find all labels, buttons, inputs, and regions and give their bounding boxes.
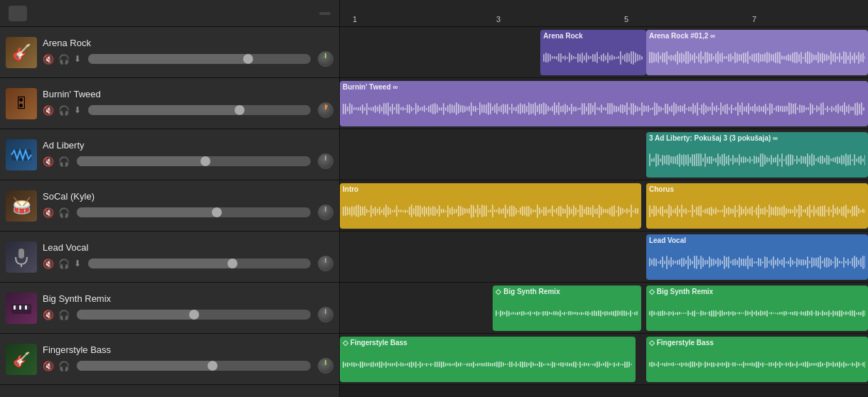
- pan-knob-arena-rock[interactable]: [318, 51, 333, 67]
- left-panel: 🎸 Arena Rock 🔇 🎧 ⬇ 🎛 Burnin' Tweed: [0, 0, 340, 397]
- track-controls-big-synth-remix: 🔇 🎧: [43, 307, 333, 322]
- track-name-ad-liberty: Ad Liberty: [43, 140, 333, 151]
- track-row-ad-liberty: Ad Liberty 🔇 🎧: [0, 129, 339, 180]
- track-controls-socal-kyle: 🔇 🎧: [43, 205, 333, 220]
- clip-waveform-burnin-tweed-0: [343, 92, 865, 125]
- pan-knob-fingerstyle-bass[interactable]: [318, 358, 333, 374]
- add-track-button[interactable]: [9, 6, 27, 21]
- clip-arena-rock-1[interactable]: Arena Rock #01,2 ∞: [646, 30, 868, 75]
- track-thumb-fingerstyle-bass: 🎸: [6, 344, 37, 375]
- clip-waveform-ad-liberty-0: [649, 143, 865, 176]
- rec-button-lead-vocal[interactable]: ⬇: [74, 259, 81, 268]
- volume-slider-arena-rock[interactable]: [88, 54, 311, 64]
- solo-button-fingerstyle-bass[interactable]: 🎧: [58, 361, 70, 371]
- clip-lead-vocal-0[interactable]: Lead Vocal: [646, 234, 868, 280]
- volume-slider-big-synth-remix[interactable]: [77, 310, 311, 320]
- pan-knob-burnin-tweed[interactable]: [318, 102, 333, 118]
- mute-button-arena-rock[interactable]: 🔇: [43, 54, 54, 65]
- clip-label-arena-rock-0: Arena Rock: [543, 31, 643, 41]
- solo-button-ad-liberty[interactable]: 🎧: [58, 156, 70, 167]
- clip-label-ad-liberty-0: 3 Ad Liberty: Pokušaj 3 (3 pokušaja) ∞: [649, 134, 865, 143]
- smart-controls-button[interactable]: [319, 12, 331, 15]
- pan-knob-lead-vocal[interactable]: [318, 256, 333, 271]
- clip-label-arena-rock-1: Arena Rock #01,2 ∞: [649, 31, 865, 41]
- clip-waveform-fingerstyle-bass-1: [649, 348, 865, 381]
- track-info-fingerstyle-bass: Fingerstyle Bass 🔇 🎧: [43, 344, 333, 374]
- rec-button-arena-rock[interactable]: ⬇: [74, 54, 81, 64]
- rec-button-burnin-tweed[interactable]: ⬇: [74, 105, 81, 115]
- clip-big-synth-remix-1[interactable]: ◇ Big Synth Remix: [646, 285, 868, 331]
- pan-knob-socal-kyle[interactable]: [318, 205, 333, 220]
- track-name-socal-kyle: SoCal (Kyle): [43, 191, 333, 202]
- main-container: 🎸 Arena Rock 🔇 🎧 ⬇ 🎛 Burnin' Tweed: [0, 0, 868, 397]
- volume-slider-lead-vocal[interactable]: [88, 259, 311, 268]
- pan-knob-big-synth-remix[interactable]: [318, 307, 333, 322]
- svg-rect-4: [14, 305, 16, 310]
- clip-arena-rock-0[interactable]: Arena Rock: [540, 30, 646, 75]
- clip-ad-liberty-0[interactable]: 3 Ad Liberty: Pokušaj 3 (3 pokušaja) ∞: [646, 132, 868, 178]
- mute-button-socal-kyle[interactable]: 🔇: [43, 207, 54, 218]
- solo-button-big-synth-remix[interactable]: 🎧: [58, 310, 70, 320]
- track-row-lead-vocal: Lead Vocal 🔇 🎧 ⬇: [0, 232, 339, 283]
- solo-button-lead-vocal[interactable]: 🎧: [58, 259, 70, 269]
- clip-label-lead-vocal-0: Lead Vocal: [649, 236, 865, 246]
- left-header: [0, 0, 339, 27]
- svg-rect-1: [18, 249, 24, 259]
- volume-slider-fingerstyle-bass[interactable]: [77, 361, 311, 371]
- track-name-arena-rock: Arena Rock: [43, 38, 333, 48]
- solo-button-arena-rock[interactable]: 🎧: [58, 54, 70, 65]
- clip-socal-kyle-0[interactable]: Intro: [340, 183, 641, 229]
- track-info-lead-vocal: Lead Vocal 🔇 🎧 ⬇: [43, 242, 333, 271]
- clip-waveform-lead-vocal-0: [649, 246, 865, 278]
- clip-waveform-big-synth-remix-1: [649, 297, 865, 330]
- mute-button-lead-vocal[interactable]: 🔇: [43, 259, 54, 269]
- clip-fingerstyle-bass-1[interactable]: ◇ Fingerstyle Bass: [646, 337, 868, 382]
- volume-slider-ad-liberty[interactable]: [77, 156, 311, 166]
- clip-waveform-big-synth-remix-0: [495, 297, 638, 330]
- clip-waveform-socal-kyle-1: [649, 195, 865, 227]
- clip-burnin-tweed-0[interactable]: Burnin' Tweed ∞: [340, 81, 868, 126]
- tracks-area: Arena Rock Arena Rock #01,2 ∞ Burnin' Tw…: [340, 27, 868, 397]
- pan-knob-ad-liberty[interactable]: [318, 153, 333, 169]
- track-lane-burnin-tweed: Burnin' Tweed ∞: [340, 78, 868, 129]
- mute-button-burnin-tweed[interactable]: 🔇: [43, 105, 54, 116]
- volume-slider-burnin-tweed[interactable]: [88, 105, 311, 115]
- solo-button-socal-kyle[interactable]: 🎧: [58, 207, 70, 218]
- track-name-burnin-tweed: Burnin' Tweed: [43, 89, 333, 99]
- mute-button-fingerstyle-bass[interactable]: 🔇: [43, 361, 54, 371]
- svg-rect-7: [22, 305, 24, 310]
- track-thumb-socal-kyle: 🥁: [6, 190, 37, 222]
- track-thumb-big-synth-remix: [6, 293, 37, 324]
- track-thumb-lead-vocal: [6, 241, 37, 273]
- clip-label-socal-kyle-0: Intro: [343, 185, 638, 195]
- clip-waveform-arena-rock-1: [649, 41, 865, 74]
- track-row-burnin-tweed: 🎛 Burnin' Tweed 🔇 🎧 ⬇: [0, 78, 339, 129]
- clip-label-big-synth-remix-1: ◇ Big Synth Remix: [649, 287, 865, 297]
- svg-rect-6: [19, 305, 21, 310]
- mute-button-ad-liberty[interactable]: 🔇: [43, 156, 54, 167]
- marker-7: 7: [752, 15, 756, 23]
- solo-button-burnin-tweed[interactable]: 🎧: [58, 105, 70, 116]
- clip-label-burnin-tweed-0: Burnin' Tweed ∞: [343, 82, 865, 92]
- svg-rect-8: [25, 305, 27, 310]
- clip-socal-kyle-1[interactable]: Chorus: [646, 183, 868, 229]
- track-controls-lead-vocal: 🔇 🎧 ⬇: [43, 256, 333, 271]
- right-panel: 1 3 5 7 Arena Rock Arena Rock #01,2 ∞ Bu…: [340, 0, 868, 397]
- clip-big-synth-remix-0[interactable]: ◇ Big Synth Remix: [493, 285, 641, 331]
- clip-label-fingerstyle-bass-1: ◇ Fingerstyle Bass: [649, 338, 865, 348]
- svg-rect-9: [28, 305, 30, 310]
- clip-label-fingerstyle-bass-0: ◇ Fingerstyle Bass: [343, 338, 633, 348]
- clip-waveform-fingerstyle-bass-0: [343, 348, 633, 381]
- track-lane-arena-rock: Arena Rock Arena Rock #01,2 ∞: [340, 27, 868, 78]
- track-row-arena-rock: 🎸 Arena Rock 🔇 🎧 ⬇: [0, 27, 339, 78]
- volume-slider-socal-kyle[interactable]: [77, 207, 311, 217]
- timeline-header: 1 3 5 7: [340, 0, 868, 27]
- track-thumb-burnin-tweed: 🎛: [6, 88, 37, 119]
- mute-button-big-synth-remix[interactable]: 🔇: [43, 310, 54, 320]
- clip-label-big-synth-remix-0: ◇ Big Synth Remix: [495, 287, 638, 297]
- clip-fingerstyle-bass-0[interactable]: ◇ Fingerstyle Bass: [340, 337, 636, 382]
- track-name-lead-vocal: Lead Vocal: [43, 242, 333, 253]
- track-row-fingerstyle-bass: 🎸 Fingerstyle Bass 🔇 🎧: [0, 334, 339, 385]
- track-list: 🎸 Arena Rock 🔇 🎧 ⬇ 🎛 Burnin' Tweed: [0, 27, 339, 385]
- track-lane-socal-kyle: Intro Chorus: [340, 180, 868, 232]
